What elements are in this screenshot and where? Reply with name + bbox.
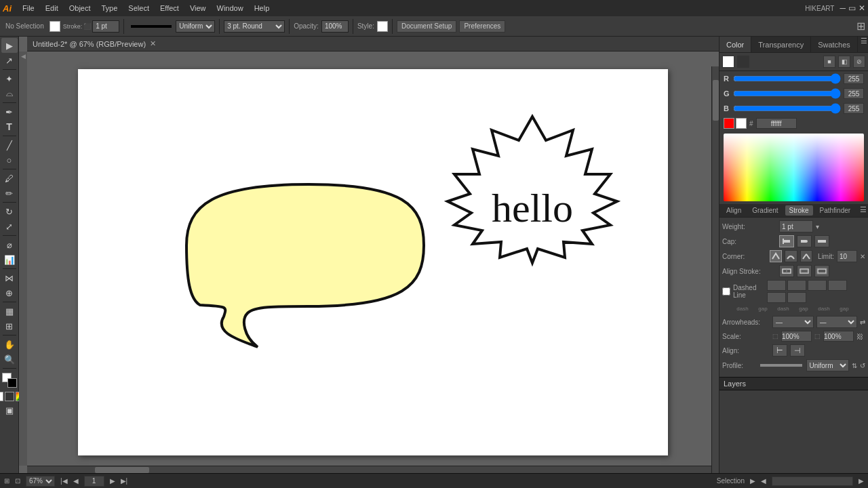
b-value[interactable] <box>844 103 864 114</box>
align-outside-btn[interactable] <box>814 265 829 277</box>
butt-cap-btn[interactable] <box>779 235 794 247</box>
tab-transparency[interactable]: Transparency <box>751 37 811 52</box>
horizontal-scrollbar[interactable] <box>27 466 711 473</box>
color-mode-gradient[interactable]: ◧ <box>838 56 850 68</box>
scale-tool[interactable]: ⤢ <box>1 219 18 234</box>
starburst-bubble[interactable]: hello <box>448 117 617 263</box>
brush-tool[interactable]: 🖊 <box>1 171 18 186</box>
selection-tool[interactable]: ▶ <box>1 38 18 53</box>
menu-object[interactable]: Object <box>64 3 96 14</box>
status-arrow-left[interactable]: ◀ <box>761 477 766 485</box>
dash2[interactable] <box>808 280 827 291</box>
color-swatches[interactable] <box>2 373 17 388</box>
align-center-btn[interactable] <box>779 265 794 277</box>
gap2[interactable] <box>828 280 847 291</box>
tab-align[interactable]: Align <box>722 205 745 216</box>
pen-tool[interactable]: ✒ <box>1 104 18 119</box>
hand-tool[interactable]: ✋ <box>1 337 18 352</box>
profile-reset-icon[interactable]: ↺ <box>860 362 865 369</box>
blend-tool[interactable]: ⋈ <box>1 270 18 285</box>
profile-flip-icon[interactable]: ⇅ <box>852 362 857 369</box>
collapse-left-icon[interactable]: ◀ <box>20 53 26 60</box>
tab-swatches[interactable]: Swatches <box>811 37 858 52</box>
zoom-select[interactable]: 67% <box>26 476 55 487</box>
close-btn[interactable]: ✕ <box>859 3 865 13</box>
warp-tool[interactable]: ⌀ <box>1 237 18 252</box>
menu-help[interactable]: Help <box>249 3 275 14</box>
arrowhead-end-select[interactable]: — <box>816 316 858 328</box>
miter-join-btn[interactable] <box>770 250 782 262</box>
rotate-tool[interactable]: ↻ <box>1 204 18 219</box>
scale-end-input[interactable] <box>823 331 854 342</box>
color-spectrum[interactable] <box>724 134 864 201</box>
pencil-tool[interactable]: ✏ <box>1 186 18 201</box>
text-tool[interactable]: T <box>1 119 18 134</box>
scroll-thumb-h[interactable] <box>95 467 149 473</box>
tab-gradient[interactable]: Gradient <box>748 205 782 216</box>
nav-next-icon[interactable]: ▶ <box>110 477 115 485</box>
align-notextend-btn[interactable]: ⊣ <box>790 344 805 357</box>
menu-type[interactable]: Type <box>96 3 123 14</box>
b-slider[interactable] <box>733 106 841 111</box>
round-select[interactable]: 3 pt. Round <box>224 20 285 33</box>
panel-menu-icon[interactable]: ☰ <box>858 37 868 52</box>
scroll-thumb-v[interactable] <box>713 80 719 121</box>
stroke-color[interactable] <box>5 392 14 401</box>
screen-mode-tool[interactable]: ▣ <box>1 403 18 418</box>
limit-close-icon[interactable]: ✕ <box>860 253 865 260</box>
column-graph-tool[interactable]: ▦ <box>1 304 18 319</box>
line-tool[interactable]: ╱ <box>1 138 18 152</box>
dash3[interactable] <box>767 292 786 303</box>
menu-edit[interactable]: Edit <box>40 3 64 14</box>
align-extend-btn[interactable]: ⊢ <box>772 344 787 357</box>
limit-input[interactable] <box>837 250 857 262</box>
doc-setup-button[interactable]: Document Setup <box>397 20 457 33</box>
menu-select[interactable]: Select <box>123 3 155 14</box>
gap1[interactable] <box>787 280 806 291</box>
dash1[interactable] <box>767 280 786 291</box>
gap3[interactable] <box>787 292 806 303</box>
artboard-tool[interactable]: ⊞ <box>1 319 18 333</box>
hex-input[interactable] <box>756 118 797 129</box>
fill-swatch[interactable] <box>50 21 60 32</box>
projecting-cap-btn[interactable] <box>814 235 829 247</box>
preferences-button[interactable]: Preferences <box>459 20 505 33</box>
stroke-panel-menu-icon[interactable]: ☰ <box>860 205 867 216</box>
status-end-icon[interactable]: ▶ <box>859 477 864 485</box>
page-input[interactable] <box>84 476 104 487</box>
stroke-style-select[interactable]: Uniform <box>176 20 215 33</box>
status-icon-2[interactable]: ⊡ <box>15 477 20 485</box>
menu-file[interactable]: File <box>17 3 40 14</box>
status-arrow-right[interactable]: ▶ <box>750 477 755 485</box>
minimize-btn[interactable]: ─ <box>840 3 846 13</box>
maximize-btn[interactable]: ▭ <box>848 3 856 13</box>
nav-prev-icon[interactable]: ◀ <box>73 477 79 485</box>
scale-start-input[interactable] <box>781 331 812 342</box>
red-swatch[interactable] <box>724 118 734 129</box>
g-slider[interactable] <box>733 91 841 96</box>
arrowhead-start-select[interactable]: — <box>772 316 814 328</box>
magic-wand-tool[interactable]: ✦ <box>1 71 18 86</box>
tab-color[interactable]: Color <box>719 37 751 52</box>
color-mode-none[interactable]: ⊘ <box>853 56 865 68</box>
graph-tool[interactable]: 📊 <box>1 252 18 267</box>
bevel-join-btn[interactable] <box>800 250 812 262</box>
color-mode-solid[interactable]: ■ <box>823 56 835 68</box>
dashed-checkbox[interactable] <box>722 287 730 296</box>
shape-tool[interactable]: ○ <box>1 152 18 167</box>
menu-window[interactable]: Window <box>212 3 249 14</box>
close-doc-icon[interactable]: ✕ <box>150 39 156 48</box>
white-swatch[interactable] <box>736 118 747 129</box>
color-stroke-bg[interactable] <box>737 56 749 68</box>
weight-input[interactable] <box>779 220 813 232</box>
round-join-btn[interactable] <box>785 250 797 262</box>
stroke-weight-input[interactable] <box>92 20 119 33</box>
panel-toggle-icon[interactable]: ⊞ <box>856 20 865 33</box>
vertical-scrollbar[interactable] <box>711 66 719 473</box>
tab-pathfinder[interactable]: Pathfinder <box>816 205 855 216</box>
nav-first-icon[interactable]: |◀ <box>60 477 68 485</box>
weight-dropdown-icon[interactable]: ▾ <box>816 223 819 230</box>
menu-view[interactable]: View <box>184 3 212 14</box>
r-slider[interactable] <box>733 76 841 81</box>
r-value[interactable] <box>844 73 864 84</box>
